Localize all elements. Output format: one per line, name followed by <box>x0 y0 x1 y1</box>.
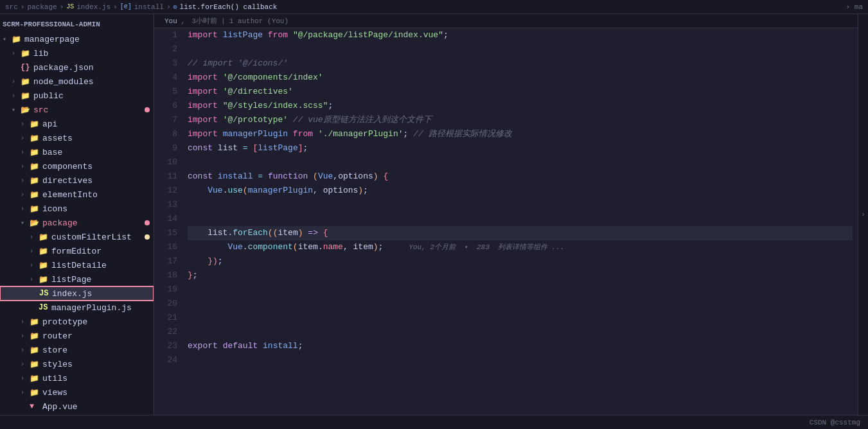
arrow-right-icon: › <box>12 92 21 100</box>
sidebar-item-store[interactable]: › 📁 store <box>0 343 154 357</box>
token: } <box>188 268 193 283</box>
label-base: base <box>42 148 154 157</box>
sidebar-item-directives[interactable]: › 📁 directives <box>0 173 154 188</box>
token: = <box>243 141 248 155</box>
sidebar-item-managerpage[interactable]: ▾ 📁 managerpage <box>0 32 154 46</box>
token <box>188 240 227 254</box>
token <box>218 99 223 113</box>
sidebar-item-package-json[interactable]: {} package.json <box>0 60 154 74</box>
token: ; <box>443 28 448 42</box>
code-line: }); <box>188 254 853 268</box>
sidebar-item-prototype[interactable]: › 📁 prototype <box>0 315 154 329</box>
status-bar: CSDN @csstmg <box>0 415 868 429</box>
token: = <box>258 170 263 184</box>
token: const <box>188 141 213 155</box>
code-line <box>188 283 853 297</box>
label-index-js: index.js <box>52 289 153 299</box>
label-customFilterList: customFilterList <box>51 232 145 242</box>
line-number: 17 <box>159 254 177 268</box>
token: item <box>353 240 373 254</box>
token: managerPlugin <box>248 184 313 198</box>
collapse-arrow-icon: › <box>861 211 865 218</box>
token: list <box>218 141 238 155</box>
sidebar-item-formEditor[interactable]: › 📁 formEditor <box>0 244 154 258</box>
top-bar-right[interactable]: › ma <box>846 3 863 11</box>
token: . <box>243 240 248 254</box>
sidebar-item-components[interactable]: › 📁 components <box>0 159 154 173</box>
code-line <box>188 198 853 212</box>
sidebar-item-api[interactable]: › 📁 api <box>0 117 154 131</box>
token: from <box>293 127 313 141</box>
token <box>263 28 268 42</box>
sidebar-item-app-vue[interactable]: ▼ App.vue <box>0 399 154 414</box>
token: ] <box>298 141 303 155</box>
arrow-right-icon: › <box>21 135 30 142</box>
token: . <box>227 226 233 240</box>
sidebar-item-lib[interactable]: › 📁 lib <box>0 46 154 60</box>
label-elementInto: elementInto <box>42 190 154 200</box>
code-editor[interactable]: 123456789101112131415161718192021222324 … <box>154 28 858 415</box>
token <box>188 184 208 198</box>
sidebar-item-styles[interactable]: › 📁 styles <box>0 357 154 371</box>
folder-icon: 📁 <box>21 49 31 58</box>
sidebar-item-listPage[interactable]: › 📁 listPage <box>0 272 154 286</box>
modified-dot <box>145 107 150 112</box>
sidebar-item-icons[interactable]: › 📁 icons <box>0 202 154 216</box>
vue-icon: ▼ <box>30 402 40 411</box>
sidebar-item-base[interactable]: › 📁 base <box>0 145 154 159</box>
line-number: 21 <box>159 311 177 325</box>
token <box>188 226 208 240</box>
line-number: 9 <box>159 141 177 155</box>
js-file-icon: JS <box>66 3 74 10</box>
json-icon: {} <box>21 63 31 72</box>
folder-icon: 📁 <box>30 388 40 398</box>
sidebar-item-utils[interactable]: › 📁 utils <box>0 371 154 385</box>
token <box>238 141 243 155</box>
token: => <box>308 226 318 240</box>
sidebar-item-elementInto[interactable]: › 📁 elementInto <box>0 188 154 202</box>
line-number: 11 <box>159 170 177 184</box>
sidebar-item-index-js[interactable]: JS index.js <box>0 286 154 301</box>
right-panel-collapse[interactable]: › <box>858 14 868 415</box>
sidebar-item-router[interactable]: › 📁 router <box>0 329 154 343</box>
line-numbers: 123456789101112131415161718192021222324 <box>154 28 182 415</box>
sidebar-item-customFilterList[interactable]: › 📁 customFilterList <box>0 230 154 244</box>
arrow-down-icon: ▾ <box>12 106 21 114</box>
token: , <box>333 170 338 184</box>
token: ; <box>303 141 308 155</box>
token <box>218 28 223 42</box>
token: use <box>227 184 242 198</box>
sidebar-item-managerPlugin-js[interactable]: JS managerPlugin.js <box>0 301 154 315</box>
sidebar-item-src[interactable]: ▾ 📂 src <box>0 103 154 117</box>
label-assets: assets <box>42 134 154 143</box>
sidebar-item-package-folder[interactable]: ▾ 📂 package <box>0 216 154 230</box>
token <box>258 339 263 353</box>
blame-time: 3小时前 <box>191 16 217 26</box>
token <box>213 141 218 155</box>
token <box>303 226 308 240</box>
token: // import '@/icons/' <box>188 57 288 71</box>
token <box>188 254 208 268</box>
token: './managerPlugin' <box>318 127 403 141</box>
sidebar-title-label: SCRM-PROFESSIONAL-ADMIN <box>3 21 154 28</box>
modified-dot-yellow <box>145 234 150 240</box>
line-number: 14 <box>159 212 177 226</box>
token: ) <box>373 170 378 184</box>
code-line: import "@/styles/index.scss"; <box>188 99 853 113</box>
sidebar-item-assets[interactable]: › 📁 assets <box>0 131 154 145</box>
sidebar-item-node-modules[interactable]: › 📁 node_modules <box>0 74 154 89</box>
arrow-right-icon: › <box>21 361 30 368</box>
arrow-right-icon: › <box>21 375 30 382</box>
folder-icon: 📁 <box>39 247 49 256</box>
code-line: import managerPlugin from './managerPlug… <box>188 127 853 141</box>
sidebar-item-listDetaile[interactable]: › 📁 listDetaile <box>0 258 154 272</box>
modified-dot <box>145 220 150 225</box>
sidebar-title: SCRM-PROFESSIONAL-ADMIN <box>0 17 154 32</box>
folder-icon: 📁 <box>30 148 40 157</box>
token: ) <box>373 240 378 254</box>
sidebar-item-views[interactable]: › 📁 views <box>0 385 154 399</box>
arrow-right-icon: › <box>30 234 39 241</box>
sidebar-item-public[interactable]: › 📁 public <box>0 89 154 103</box>
token: [ <box>252 141 258 155</box>
arrow-right-icon: › <box>21 206 30 213</box>
